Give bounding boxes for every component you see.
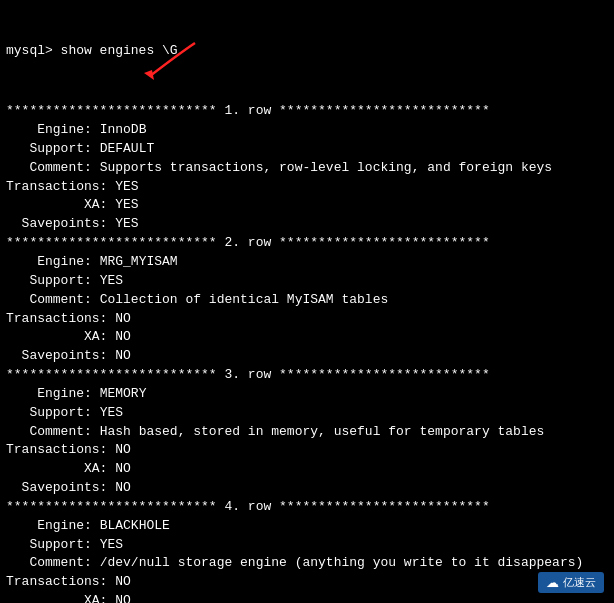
terminal-line: Engine: InnoDB: [6, 121, 608, 140]
terminal-line: Comment: Collection of identical MyISAM …: [6, 291, 608, 310]
terminal-line: Support: YES: [6, 404, 608, 423]
prompt-line: mysql> show engines \G: [6, 42, 608, 61]
terminal-line: *************************** 4. row *****…: [6, 498, 608, 517]
terminal-line: XA: YES: [6, 196, 608, 215]
terminal-line: Engine: MEMORY: [6, 385, 608, 404]
terminal-line: Engine: BLACKHOLE: [6, 517, 608, 536]
terminal-line: Comment: Supports transactions, row-leve…: [6, 159, 608, 178]
terminal-line: Engine: MRG_MYISAM: [6, 253, 608, 272]
terminal-line: Savepoints: NO: [6, 479, 608, 498]
watermark-icon: ☁: [546, 575, 559, 590]
terminal-line: XA: NO: [6, 328, 608, 347]
watermark: ☁ 亿速云: [538, 572, 604, 593]
terminal-line: Savepoints: YES: [6, 215, 608, 234]
terminal-line: Support: DEFAULT: [6, 140, 608, 159]
terminal-line: *************************** 1. row *****…: [6, 102, 608, 121]
terminal-line: Comment: /dev/null storage engine (anyth…: [6, 554, 608, 573]
terminal-line: Comment: Hash based, stored in memory, u…: [6, 423, 608, 442]
terminal-output: mysql> show engines \G: [0, 0, 614, 102]
terminal-line: XA: NO: [6, 592, 608, 603]
terminal-line: Transactions: YES: [6, 178, 608, 197]
terminal-line: Transactions: NO: [6, 573, 608, 592]
terminal-line: Transactions: NO: [6, 310, 608, 329]
watermark-text: 亿速云: [563, 575, 596, 590]
terminal-window: mysql> show engines \G *****************…: [0, 0, 614, 603]
terminal-line: *************************** 2. row *****…: [6, 234, 608, 253]
terminal-line: Transactions: NO: [6, 441, 608, 460]
terminal-line: XA: NO: [6, 460, 608, 479]
terminal-line: Support: YES: [6, 272, 608, 291]
terminal-line: *************************** 3. row *****…: [6, 366, 608, 385]
terminal-line: Support: YES: [6, 536, 608, 555]
terminal-line: Savepoints: NO: [6, 347, 608, 366]
